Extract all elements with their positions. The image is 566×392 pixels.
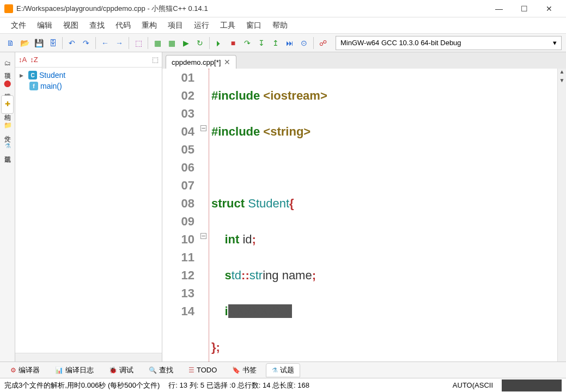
stop-icon[interactable]: ■	[227, 37, 239, 49]
list-icon: ☰	[188, 366, 194, 374]
fold-toggle-icon[interactable]: −	[200, 233, 206, 239]
minimize-button[interactable]: —	[486, 0, 512, 17]
tree-item-student[interactable]: ▸ C Student	[20, 70, 157, 81]
problem-icon[interactable]: ☍	[317, 37, 329, 49]
code-body[interactable]: #include <iostream> #include <string> st…	[209, 69, 566, 362]
redo-icon[interactable]: ↷	[80, 37, 92, 49]
menu-search[interactable]: 查找	[85, 20, 109, 32]
resource-graph	[502, 379, 562, 391]
build-run-icon[interactable]: ▦	[166, 37, 178, 49]
bottom-tabbar: ⚙编译器 📊编译日志 🐞调试 🔍查找 ☰TODO 🔖书签 ⚗试题	[0, 362, 566, 378]
line-gutter: 01 02 03 04 05 06 07 08 09 10 11 12 13 1…	[162, 69, 200, 362]
menu-tools[interactable]: 工具	[216, 20, 240, 32]
close-tab-icon[interactable]: ✕	[224, 58, 230, 66]
run-icon[interactable]: ▶	[180, 37, 192, 49]
bug-icon: 🐞	[109, 366, 117, 374]
status-encoding: AUTO(ASCII	[453, 381, 493, 389]
menu-refactor[interactable]: 重构	[137, 20, 161, 32]
rebuild-icon[interactable]: ↻	[194, 37, 206, 49]
structure-tree: ▸ C Student f main()	[15, 68, 162, 353]
menu-window[interactable]: 窗口	[242, 20, 266, 32]
main: 🗂项目 ⬤监视 ✚结构 📁文件 ⚗试题集 ↕A ↕Z ⬚ ▸ C Student…	[0, 52, 566, 362]
editor-area: cppdemo.cpp[*] ✕ 01 02 03 04 05 06 07 08…	[162, 52, 566, 362]
debug-icon[interactable]: ⏵	[213, 37, 225, 49]
scroll-down-icon[interactable]: ▼	[558, 77, 566, 86]
toolwindow-files[interactable]: 📁文件	[1, 116, 14, 135]
editor-tabbar: cppdemo.cpp[*] ✕	[162, 52, 566, 69]
tab-bookmark[interactable]: 🔖书签	[226, 363, 263, 377]
sort-type-icon[interactable]: ↕Z	[30, 56, 38, 64]
collapse-icon[interactable]: ⬚	[152, 56, 159, 64]
bookmark-icon: 🔖	[232, 366, 240, 374]
continue-icon[interactable]: ⏭	[284, 37, 296, 49]
scroll-up-icon[interactable]: ▲	[558, 69, 566, 77]
menu-run[interactable]: 运行	[190, 20, 214, 32]
chart-icon: 📊	[55, 366, 63, 374]
tab-todo[interactable]: ☰TODO	[182, 364, 223, 376]
chevron-down-icon: ▾	[553, 39, 557, 47]
toolwindow-structure[interactable]: ✚结构	[1, 95, 14, 114]
class-icon: C	[28, 71, 37, 79]
tree-item-main[interactable]: f main()	[20, 81, 157, 91]
close-button[interactable]: ✕	[537, 0, 562, 17]
watch-icon: ⬤	[4, 79, 11, 87]
tree-label: Student	[39, 71, 65, 79]
sort-alpha-icon[interactable]: ↕A	[19, 56, 27, 64]
tab-search[interactable]: 🔍查找	[143, 363, 179, 377]
flask-icon: ⚗	[272, 366, 278, 374]
gear-icon: ⚙	[10, 366, 16, 374]
files-icon: 📁	[4, 121, 11, 129]
format-icon[interactable]: ⬚	[132, 37, 144, 49]
statusbar: 完成3个文件的解析,用时0.006秒 (每秒500个文件) 行: 13 列: 5…	[0, 378, 566, 392]
tab-label: cppdemo.cpp[*]	[172, 58, 221, 66]
titlebar: E:/Workspaces/playground/cppdemo.cpp - 小…	[0, 0, 566, 17]
toolwindow-problems[interactable]: ⚗试题集	[1, 137, 14, 156]
menu-view[interactable]: 视图	[59, 20, 83, 32]
panel-scrollbar-h[interactable]	[15, 353, 162, 362]
function-icon: f	[29, 82, 38, 90]
tab-compiler[interactable]: ⚙编译器	[4, 363, 46, 377]
step-into-icon[interactable]: ↧	[255, 37, 267, 49]
toolbar: 🗎 📂 💾 🗄 ↶ ↷ ← → ⬚ ▦ ▦ ▶ ↻ ⏵ ■ ↷ ↧ ↥ ⏭ ⊙ …	[0, 34, 566, 52]
open-icon[interactable]: 📂	[19, 37, 31, 49]
toolwindow-project[interactable]: 🗂项目	[1, 54, 14, 72]
build-icon[interactable]: ▦	[151, 37, 163, 49]
editor-scrollbar-v[interactable]: ▲ ▼	[557, 69, 566, 362]
structure-icon: ✚	[4, 100, 11, 108]
forward-icon[interactable]: →	[113, 37, 125, 49]
menu-help[interactable]: 帮助	[268, 20, 292, 32]
step-out-icon[interactable]: ↥	[270, 37, 282, 49]
menu-project[interactable]: 项目	[163, 20, 187, 32]
save-all-icon[interactable]: 🗄	[47, 37, 59, 49]
code-editor[interactable]: 01 02 03 04 05 06 07 08 09 10 11 12 13 1…	[162, 69, 566, 362]
menubar: 文件 编辑 视图 查找 代码 重构 项目 运行 工具 窗口 帮助	[0, 17, 566, 34]
compiler-label: MinGW-w64 GCC 10.3.0 64-bit Debug	[340, 39, 461, 47]
tab-problems[interactable]: ⚗试题	[266, 363, 300, 377]
undo-icon[interactable]: ↶	[66, 37, 78, 49]
expand-icon[interactable]: ▸	[20, 71, 26, 79]
status-cursor: 行: 13 列: 5 已选择 :0 总行数: 14 总长度: 168	[168, 381, 309, 390]
breakpoint-icon[interactable]: ⊙	[298, 37, 310, 49]
tab-buildlog[interactable]: 📊编译日志	[49, 363, 100, 377]
app-icon	[4, 4, 13, 13]
maximize-button[interactable]: ☐	[512, 0, 537, 17]
menu-code[interactable]: 代码	[111, 20, 135, 32]
left-toolwindow-bar: 🗂项目 ⬤监视 ✚结构 📁文件 ⚗试题集	[0, 52, 15, 362]
structure-tools: ↕A ↕Z ⬚	[15, 52, 162, 68]
fold-toggle-icon[interactable]: −	[200, 125, 206, 131]
back-icon[interactable]: ←	[99, 37, 111, 49]
problems-icon: ⚗	[4, 142, 11, 150]
menu-file[interactable]: 文件	[7, 20, 31, 32]
project-icon: 🗂	[4, 59, 11, 66]
menu-edit[interactable]: 编辑	[33, 20, 57, 32]
structure-panel: ↕A ↕Z ⬚ ▸ C Student f main()	[15, 52, 162, 362]
save-icon[interactable]: 💾	[33, 37, 45, 49]
step-over-icon[interactable]: ↷	[241, 37, 253, 49]
tab-debug[interactable]: 🐞调试	[103, 363, 139, 377]
toolwindow-watch[interactable]: ⬤监视	[1, 75, 14, 93]
search-icon: 🔍	[149, 366, 157, 374]
window-title: E:/Workspaces/playground/cppdemo.cpp - 小…	[16, 4, 486, 14]
new-file-icon[interactable]: 🗎	[4, 37, 16, 49]
editor-tab-cppdemo[interactable]: cppdemo.cpp[*] ✕	[166, 55, 236, 69]
compiler-select[interactable]: MinGW-w64 GCC 10.3.0 64-bit Debug ▾	[336, 36, 562, 50]
